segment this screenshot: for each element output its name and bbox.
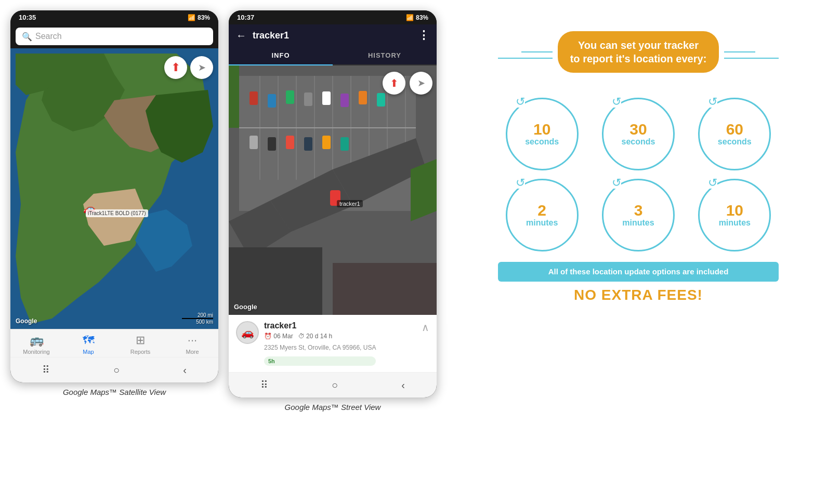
phone2-home-button[interactable]: ○ xyxy=(321,377,348,393)
interval-2min-number: 2 xyxy=(537,203,546,218)
search-icon: 🔍 xyxy=(22,32,31,41)
phone2-back-button[interactable]: ‹ xyxy=(391,377,415,393)
recents-button[interactable]: ⠿ xyxy=(32,362,60,378)
interval-10min-number: 10 xyxy=(726,203,743,218)
interval-10sec-number: 10 xyxy=(533,122,550,137)
phone2-header: ← tracker1 ⋮ xyxy=(229,24,437,46)
nav-monitoring[interactable]: 🚌 Monitoring xyxy=(21,334,52,355)
phone2-status-bar: 10:37 📶 83% xyxy=(229,10,437,24)
phone1-caption: Google Maps™ Satellite View xyxy=(63,388,166,396)
svg-rect-34 xyxy=(377,93,385,107)
home-button[interactable]: ○ xyxy=(103,362,130,378)
aerial-map: ⬆ ➤ tracker1 Google xyxy=(229,65,437,315)
phone1-status-bar: 10:35 📶 83% xyxy=(10,10,218,24)
map-icon: 🗺 xyxy=(83,334,94,347)
satellite-map: ⬆ ➤ 🚗 iTrack1LTE BOLD (0177) Google 200 … xyxy=(10,48,218,329)
svg-rect-37 xyxy=(286,136,294,149)
phone1-nav-bar: 🚌 Monitoring 🗺 Map ⊞ Reports ··· More xyxy=(10,329,218,357)
promo-title-line2: to report it's location every: xyxy=(570,52,707,65)
tracker-name-section: tracker1 ⏰ 06 Mar ⏱ 20 d 14 h 2325 Myers… xyxy=(264,321,376,366)
avatar-icon: 🚗 xyxy=(241,326,254,339)
tracker-info-left: 🚗 tracker1 ⏰ 06 Mar ⏱ 20 d 14 h 2325 Mye… xyxy=(236,321,376,366)
tab-info[interactable]: INFO xyxy=(229,46,333,65)
phone2-time: 10:37 xyxy=(237,14,254,21)
svg-marker-25 xyxy=(411,159,437,221)
nav-more-label: More xyxy=(186,349,199,355)
svg-rect-29 xyxy=(286,90,294,104)
interval-3min-unit: minutes xyxy=(622,218,654,228)
svg-rect-24 xyxy=(333,263,437,315)
phone1-time: 10:35 xyxy=(19,14,36,21)
aerial-google-logo: Google xyxy=(234,303,257,311)
aerial-location-icon: ➤ xyxy=(417,77,425,89)
svg-rect-31 xyxy=(322,91,331,105)
search-bar[interactable]: 🔍 Search xyxy=(16,28,213,45)
nav-more[interactable]: ··· More xyxy=(177,334,208,355)
interval-60sec-unit: seconds xyxy=(718,137,752,147)
phone2-system-nav: ⠿ ○ ‹ xyxy=(229,372,437,397)
more-icon: ··· xyxy=(188,334,197,347)
aerial-location-button[interactable]: ➤ xyxy=(410,72,432,95)
tracker-name: tracker1 xyxy=(264,321,376,330)
expand-button[interactable]: ∧ xyxy=(422,321,429,334)
aerial-compass[interactable]: ⬆ xyxy=(383,72,405,95)
no-fees-text: NO EXTRA FEES! xyxy=(498,287,779,303)
interval-10min: 10 minutes xyxy=(698,179,771,251)
included-banner: All of these location update options are… xyxy=(498,262,779,282)
svg-rect-28 xyxy=(268,94,276,108)
interval-60sec-number: 60 xyxy=(726,122,743,137)
tracker-address: 2325 Myers St, Oroville, CA 95966, USA xyxy=(264,344,376,351)
tab-history-label: HISTORY xyxy=(368,51,401,59)
svg-rect-36 xyxy=(268,137,276,151)
nav-map-label: Map xyxy=(83,349,94,355)
phone2-signal: 📶 xyxy=(406,14,414,21)
nav-reports-label: Reports xyxy=(130,349,151,355)
interval-30sec: 30 seconds xyxy=(602,98,675,170)
map-svg xyxy=(10,48,218,329)
interval-3min: 3 minutes xyxy=(602,179,675,251)
back-arrow[interactable]: ← xyxy=(236,30,246,42)
scale-bar: 200 mi 500 km xyxy=(182,312,213,325)
svg-rect-38 xyxy=(304,137,312,151)
promo-box: You can set your tracker to report it's … xyxy=(482,21,794,314)
location-icon: ➤ xyxy=(198,62,206,73)
nav-monitoring-label: Monitoring xyxy=(23,349,49,355)
phone1-signal: 📶 xyxy=(188,14,195,21)
svg-rect-40 xyxy=(340,137,349,151)
nav-map[interactable]: 🗺 Map xyxy=(73,334,104,355)
phone2-more-button[interactable]: ⋮ xyxy=(418,29,429,42)
svg-rect-33 xyxy=(359,91,367,104)
svg-rect-39 xyxy=(322,136,331,149)
map-location-button[interactable]: ➤ xyxy=(190,56,213,79)
search-input[interactable]: Search xyxy=(35,32,62,41)
included-text: All of these location update options are… xyxy=(548,267,729,276)
phone1-status-icons: 📶 83% xyxy=(188,14,210,21)
tabs-bar: INFO HISTORY xyxy=(229,46,437,65)
back-button[interactable]: ‹ xyxy=(173,362,197,378)
interval-60sec: 60 seconds xyxy=(698,98,771,170)
promo-title-banner: You can set your tracker to report it's … xyxy=(558,31,719,73)
car-label: iTrack1LTE BOLD (0177) xyxy=(86,209,148,217)
phone2-tracker-title: tracker1 xyxy=(253,30,412,41)
tracker-duration: ⏱ 20 d 14 h xyxy=(298,333,332,340)
interval-grid: 10 seconds 30 seconds 60 seconds 2 minut… xyxy=(498,98,779,251)
interval-30sec-unit: seconds xyxy=(622,137,655,147)
svg-rect-30 xyxy=(304,92,312,106)
nav-reports[interactable]: ⊞ Reports xyxy=(125,334,156,355)
scale-500km: 500 km xyxy=(196,319,213,325)
tracker-avatar: 🚗 xyxy=(236,321,259,344)
monitoring-icon: 🚌 xyxy=(30,334,44,347)
tracker-meta: ⏰ 06 Mar ⏱ 20 d 14 h xyxy=(264,333,376,340)
phone2-recents-button[interactable]: ⠿ xyxy=(250,377,279,393)
promo-title-text: You can set your tracker to report it's … xyxy=(570,38,707,65)
phone2-battery: 83% xyxy=(416,14,428,21)
interval-2min: 2 minutes xyxy=(506,179,579,251)
tab-info-label: INFO xyxy=(271,51,290,59)
map-compass[interactable]: ⬆ xyxy=(164,56,187,79)
tab-history[interactable]: HISTORY xyxy=(333,46,437,64)
aerial-svg xyxy=(229,65,437,315)
reports-icon: ⊞ xyxy=(136,334,145,347)
phone1-system-nav: ⠿ ○ ‹ xyxy=(10,357,218,382)
banner-wrapper: You can set your tracker to report it's … xyxy=(498,31,779,85)
interval-10min-unit: minutes xyxy=(719,218,751,228)
